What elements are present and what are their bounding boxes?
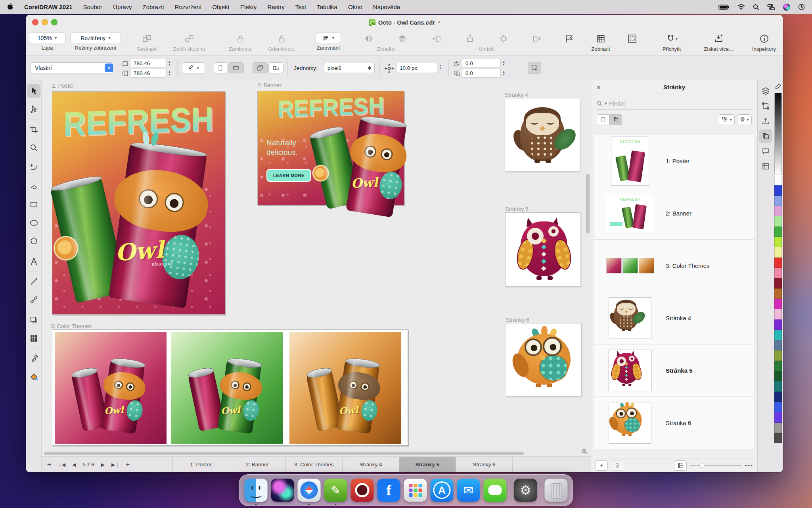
menu-item-soubor[interactable]: Soubor [83, 4, 102, 10]
duplicate-y-field[interactable]: 0.0 [462, 69, 501, 78]
mesh-fill-tool[interactable] [26, 329, 42, 347]
menu-item-text[interactable]: Text [295, 4, 306, 10]
interactive-fill-tool[interactable] [26, 368, 42, 386]
frames-icon[interactable] [759, 160, 772, 173]
color-swatch[interactable] [774, 227, 782, 237]
tab-color-themes[interactable]: 3: Color Themes [286, 457, 343, 472]
color-swatch[interactable] [774, 278, 782, 289]
title-bar[interactable]: Octo - Owl Cans.cdr▾ [26, 15, 783, 30]
units-select[interactable]: pixelů [324, 63, 375, 73]
dock-trash-icon[interactable] [545, 479, 568, 502]
color-swatch[interactable] [774, 289, 782, 299]
unlock-icon[interactable] [277, 33, 287, 44]
palette-options-pencil-icon[interactable] [773, 80, 783, 92]
menu-app-name[interactable]: CorelDRAW 2021 [24, 4, 73, 10]
align-dropdown[interactable]: ▾ [316, 33, 341, 43]
zoom-tool[interactable] [26, 139, 42, 157]
vertical-scrollbar[interactable] [586, 83, 590, 448]
drawing-canvas[interactable]: 1: Poster REFRESH [42, 80, 591, 456]
dock-system-settings-icon[interactable]: ⚙ [514, 479, 537, 502]
control-center-icon[interactable] [767, 4, 775, 10]
color-swatch[interactable] [774, 412, 782, 423]
width-stepper[interactable]: ▲▼ [168, 61, 171, 66]
page-list-item-4[interactable]: Stránka 4 [594, 292, 754, 344]
poster-page[interactable]: REFRESH Owl abacaxi [52, 91, 225, 315]
search-icon[interactable] [753, 4, 759, 10]
wifi-icon[interactable] [737, 4, 745, 10]
pages-inspector-icon[interactable] [759, 129, 772, 143]
treat-as-filled-button[interactable] [528, 62, 541, 74]
clock-icon[interactable] [798, 4, 805, 10]
position-top-icon[interactable] [465, 33, 475, 44]
group-objects-icon[interactable] [142, 33, 152, 44]
comments-icon[interactable] [759, 144, 772, 158]
rectangle-tool[interactable] [26, 195, 42, 214]
dock-launchpad-icon[interactable] [404, 479, 427, 502]
add-page-button[interactable]: + [47, 461, 51, 469]
page6-artboard[interactable] [506, 323, 582, 396]
page-list-item-2[interactable]: REFRESH 2: Banner [594, 187, 754, 240]
tab-stranky-6[interactable]: Stránky 6 [456, 457, 513, 472]
dock-messages-icon[interactable] [484, 479, 507, 502]
ungroup-objects-icon[interactable] [184, 33, 194, 44]
get-more-icon[interactable] [714, 33, 724, 44]
lock-icon[interactable] [236, 33, 245, 44]
page-list-item-1[interactable]: REFRESH 1: Poster [594, 135, 754, 187]
thumbnail-size-slider[interactable] [690, 465, 741, 466]
color-swatch[interactable] [774, 350, 782, 361]
grayscale-ramp[interactable] [774, 93, 782, 174]
menu-item-rastry[interactable]: Rastry [267, 4, 284, 10]
color-swatch[interactable] [774, 258, 782, 268]
tab-stranky-5[interactable]: Stránky 5 [399, 457, 456, 472]
dock-siri-icon[interactable] [271, 479, 294, 502]
chevron-down-icon[interactable]: ▾ [605, 101, 607, 106]
view-mode-dropdown[interactable]: Rozšířený▾ [70, 33, 121, 43]
canvas-zoom-icon[interactable] [582, 448, 589, 456]
height-stepper[interactable]: ▲▼ [168, 71, 171, 76]
color-swatch[interactable] [774, 371, 782, 381]
nudge-distance-field[interactable]: 10.0 px [396, 63, 437, 73]
layers-icon[interactable] [759, 84, 772, 98]
menu-item-zobrazit[interactable]: Zobrazit [143, 4, 164, 10]
color-swatch[interactable] [774, 433, 782, 443]
position-right-icon[interactable] [531, 33, 541, 44]
color-swatch[interactable] [774, 402, 782, 412]
outline-pen-dropdown[interactable]: ▾ [182, 62, 205, 73]
inspectors-info-icon[interactable] [759, 33, 769, 44]
menu-item-efekty[interactable]: Efekty [240, 4, 257, 10]
color-swatch[interactable] [774, 423, 782, 433]
more-options-icon[interactable]: ••• [745, 462, 753, 469]
apple-menu-icon[interactable] [7, 3, 13, 11]
title-chevron-icon[interactable]: ▾ [438, 19, 440, 25]
color-swatch[interactable] [774, 299, 782, 309]
color-swatch[interactable] [774, 330, 782, 340]
color-swatch[interactable] [774, 185, 782, 196]
multi-page-view-button[interactable] [609, 114, 622, 125]
text-tool[interactable] [26, 252, 42, 270]
color-swatch[interactable] [774, 175, 782, 185]
show-grid-icon[interactable] [596, 33, 606, 44]
tab-stranky-4[interactable]: Stránky 4 [343, 457, 399, 472]
color-swatch[interactable] [774, 361, 782, 371]
page-height-field[interactable]: 780.46 [130, 69, 167, 78]
previous-page-icon[interactable]: ◀ [72, 462, 76, 468]
menu-item-objekt[interactable]: Objekt [212, 4, 229, 10]
add-page-button[interactable]: + [595, 460, 608, 471]
position-center-icon[interactable] [498, 33, 508, 44]
thumbnail-layout-dropdown[interactable]: ▾ [719, 114, 735, 125]
duplicate-y-stepper[interactable]: ▲▼ [502, 71, 505, 76]
battery-icon[interactable] [718, 4, 730, 10]
menu-item-upravy[interactable]: Úpravy [113, 4, 132, 10]
color-swatch[interactable] [774, 216, 782, 227]
banner-page[interactable]: REFRESH Naturallydelicious. LEARN MORE O… [257, 91, 404, 205]
dock-finder-icon[interactable] [245, 479, 268, 502]
page-size-preset-combo[interactable]: Vlastní▾ [31, 62, 115, 73]
mirror-vertical-icon[interactable] [397, 33, 407, 44]
export-icon[interactable] [759, 114, 772, 128]
page-list-item-5[interactable]: Stránka 5 [594, 344, 754, 397]
duplicate-x-field[interactable]: 0.0 [462, 59, 501, 68]
snap-magnet-icon[interactable] [666, 33, 676, 44]
menu-item-rozvrzeni[interactable]: Rozvržení [175, 4, 202, 10]
page-list-item-3[interactable]: 3: Color Themes [594, 240, 754, 292]
portrait-orientation-button[interactable] [214, 62, 227, 73]
